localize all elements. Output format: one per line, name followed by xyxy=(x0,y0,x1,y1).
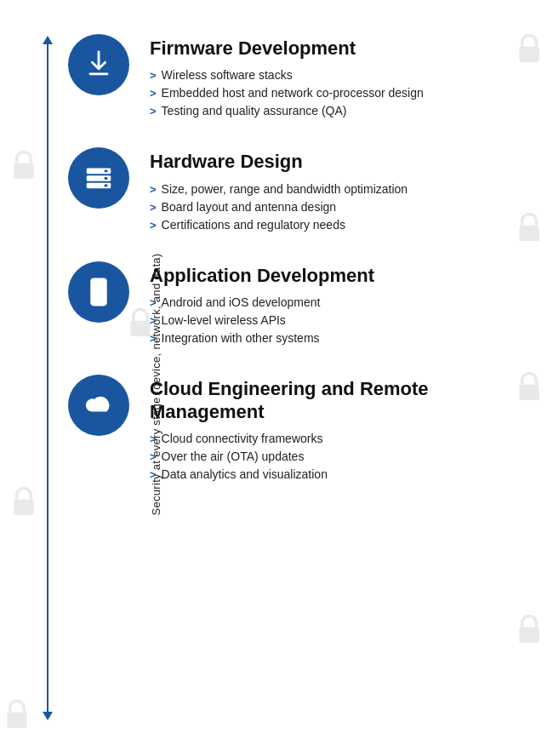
chevron-icon: > xyxy=(150,314,157,327)
firmware-info: Firmware Development >Wireless software … xyxy=(150,34,544,122)
list-item: >Board layout and antenna design xyxy=(150,200,544,214)
svg-rect-15 xyxy=(91,279,105,305)
chevron-icon: > xyxy=(150,332,157,345)
svg-rect-1 xyxy=(14,163,33,179)
chevron-icon: > xyxy=(150,183,157,196)
lock-watermark-8 xyxy=(0,698,34,736)
list-item: >Integration with other systems xyxy=(150,331,544,345)
chevron-icon: > xyxy=(150,468,157,481)
chevron-icon: > xyxy=(150,69,157,82)
cloud-info: Cloud Engineering and Remote Management … xyxy=(150,375,544,485)
application-title: Application Development xyxy=(150,265,544,287)
list-item: >Size, power, range and bandwidth optimi… xyxy=(150,182,544,196)
firmware-title: Firmware Development xyxy=(150,37,544,60)
cloud-title: Cloud Engineering and Remote Management xyxy=(150,378,544,423)
list-item: >Wireless software stacks xyxy=(150,68,544,82)
content-area: Firmware Development >Wireless software … xyxy=(68,17,544,739)
hardware-title: Hardware Design xyxy=(150,151,544,173)
lock-watermark-6 xyxy=(7,485,41,523)
chevron-icon: > xyxy=(150,105,157,117)
cloud-icon xyxy=(83,389,115,421)
list-item: >Embedded host and network co-processor … xyxy=(150,86,544,100)
service-block-cloud: Cloud Engineering and Remote Management … xyxy=(68,375,544,485)
chevron-icon: > xyxy=(150,87,157,100)
application-list: >Android and iOS development >Low-level … xyxy=(150,295,544,345)
download-icon xyxy=(83,49,115,81)
chevron-icon: > xyxy=(150,296,157,309)
server-icon xyxy=(83,162,115,194)
list-item: >Android and iOS development xyxy=(150,295,544,309)
lock-watermark-2 xyxy=(7,149,41,186)
svg-point-16 xyxy=(98,301,100,304)
chevron-icon: > xyxy=(150,432,157,445)
cloud-list: >Cloud connectivity frameworks >Over the… xyxy=(150,432,544,481)
list-item: >Data analytics and visualization xyxy=(150,467,544,481)
chevron-icon: > xyxy=(150,450,157,463)
list-item: >Testing and quality assurance (QA) xyxy=(150,104,544,117)
application-info: Application Development >Android and iOS… xyxy=(150,261,544,349)
hardware-icon-circle xyxy=(68,147,129,209)
hardware-list: >Size, power, range and bandwidth optimi… xyxy=(150,182,544,232)
svg-rect-7 xyxy=(7,713,26,728)
hardware-info: Hardware Design >Size, power, range and … xyxy=(150,147,544,235)
side-label-container: Security at every stage (device, network… xyxy=(0,0,51,756)
list-item: >Over the air (OTA) updates xyxy=(150,450,544,463)
page-wrapper: Security at every stage (device, network… xyxy=(0,0,553,756)
service-block-hardware: Hardware Design >Size, power, range and … xyxy=(68,147,544,235)
svg-rect-5 xyxy=(14,500,33,515)
service-block-application: Application Development >Android and iOS… xyxy=(68,261,544,349)
chevron-icon: > xyxy=(150,219,157,232)
list-item: >Certifications and regulatory needs xyxy=(150,218,544,232)
svg-rect-13 xyxy=(105,177,108,180)
application-icon-circle xyxy=(68,261,129,323)
cloud-icon-circle xyxy=(68,375,129,436)
code-icon xyxy=(83,276,115,308)
svg-rect-14 xyxy=(105,185,108,187)
firmware-list: >Wireless software stacks >Embedded host… xyxy=(150,68,544,117)
service-block-firmware: Firmware Development >Wireless software … xyxy=(68,34,544,122)
firmware-icon-circle xyxy=(68,34,129,95)
list-item: >Cloud connectivity frameworks xyxy=(150,432,544,445)
chevron-icon: > xyxy=(150,201,157,214)
list-item: >Low-level wireless APIs xyxy=(150,313,544,327)
svg-rect-12 xyxy=(105,170,108,173)
svg-rect-8 xyxy=(89,73,109,76)
